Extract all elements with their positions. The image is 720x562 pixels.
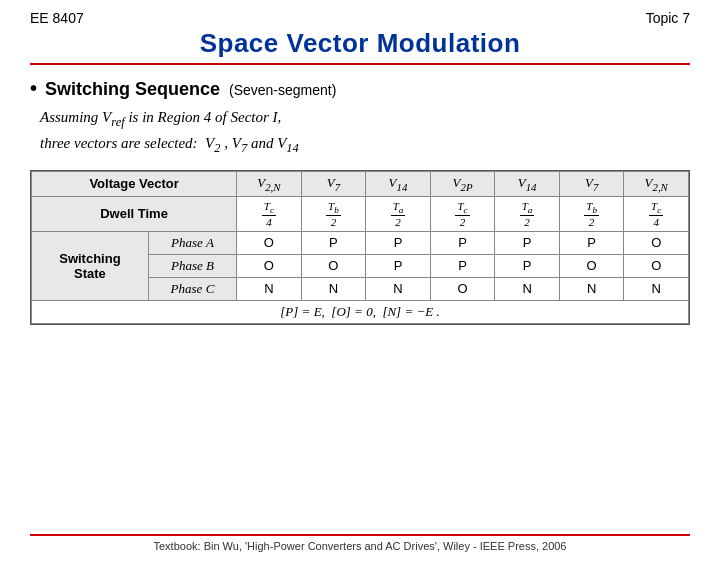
bullet-icon: • <box>30 77 37 100</box>
dwell-tb2-2: Tb2 <box>559 196 624 231</box>
pa-4: P <box>430 231 495 254</box>
dwell-time-row: Dwell Time Tc4 Tb2 Ta2 Tc2 Ta2 Tb2 <box>32 196 689 231</box>
switching-state-label: SwitchingState <box>32 231 149 300</box>
pa-3: P <box>366 231 431 254</box>
topic-label: Topic 7 <box>646 10 690 26</box>
dwell-tc4-1: Tc4 <box>237 196 302 231</box>
top-divider <box>30 63 690 65</box>
assumption-line1: Assuming Vref is in Region 4 of Sector I… <box>40 108 690 130</box>
pb-6: O <box>559 254 624 277</box>
table: Voltage Vector V2,N V7 V14 V2P V14 V7 V2… <box>31 171 689 324</box>
col-v2n-2: V2,N <box>624 172 689 197</box>
phase-a-label: Phase A <box>148 231 236 254</box>
section-heading-text: Switching Sequence (Seven-segment) <box>45 79 336 100</box>
pa-2: P <box>301 231 366 254</box>
footer: Textbook: Bin Wu, 'High-Power Converters… <box>30 540 690 552</box>
phase-b-label: Phase B <box>148 254 236 277</box>
assumption-line2: three vectors are selected: V2 , V7 and … <box>40 134 690 156</box>
title-container: Space Vector Modulation <box>30 28 690 59</box>
pc-7: N <box>624 277 689 300</box>
voltage-vector-row: Voltage Vector V2,N V7 V14 V2P V14 V7 V2… <box>32 172 689 197</box>
col-v14-1: V14 <box>366 172 431 197</box>
course-id: EE 8407 <box>30 10 84 26</box>
pc-6: N <box>559 277 624 300</box>
switching-table: Voltage Vector V2,N V7 V14 V2P V14 V7 V2… <box>30 170 690 325</box>
pa-6: P <box>559 231 624 254</box>
phase-a-row: SwitchingState Phase A O P P P P P O <box>32 231 689 254</box>
pb-2: O <box>301 254 366 277</box>
pc-2: N <box>301 277 366 300</box>
col-v7: V7 <box>301 172 366 197</box>
pc-3: N <box>366 277 431 300</box>
dwell-time-label: Dwell Time <box>32 196 237 231</box>
col-v2p: V2P <box>430 172 495 197</box>
col-v7-2: V7 <box>559 172 624 197</box>
header-row: EE 8407 Topic 7 <box>30 10 690 26</box>
pa-1: O <box>237 231 302 254</box>
col-v14-2: V14 <box>495 172 560 197</box>
dwell-tc2: Tc2 <box>430 196 495 231</box>
dwell-ta2-2: Ta2 <box>495 196 560 231</box>
heading-main: Switching Sequence <box>45 79 220 99</box>
voltage-vector-label: Voltage Vector <box>32 172 237 197</box>
section-heading: • Switching Sequence (Seven-segment) <box>30 77 690 100</box>
pb-7: O <box>624 254 689 277</box>
dwell-tb2-1: Tb2 <box>301 196 366 231</box>
pc-1: N <box>237 277 302 300</box>
phase-c-label: Phase C <box>148 277 236 300</box>
pb-4: P <box>430 254 495 277</box>
pa-5: P <box>495 231 560 254</box>
pc-4: O <box>430 277 495 300</box>
dwell-tc4-2: Tc4 <box>624 196 689 231</box>
formula-cell: [P] = E, [O] = 0, [N] = −E . <box>32 300 689 323</box>
heading-sub: (Seven-segment) <box>225 82 336 98</box>
bottom-divider <box>30 534 690 536</box>
pc-5: N <box>495 277 560 300</box>
dwell-ta2-1: Ta2 <box>366 196 431 231</box>
page: EE 8407 Topic 7 Space Vector Modulation … <box>0 0 720 562</box>
col-v2n-1: V2,N <box>237 172 302 197</box>
page-title: Space Vector Modulation <box>200 28 521 58</box>
formula-row: [P] = E, [O] = 0, [N] = −E . <box>32 300 689 323</box>
pa-7: O <box>624 231 689 254</box>
pb-5: P <box>495 254 560 277</box>
pb-1: O <box>237 254 302 277</box>
pb-3: P <box>366 254 431 277</box>
